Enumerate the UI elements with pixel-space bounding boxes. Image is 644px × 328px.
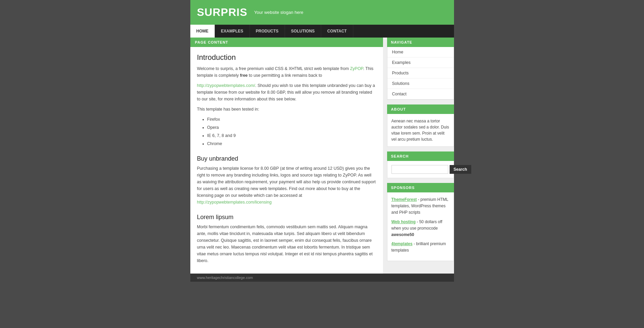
intro-heading: Introduction: [197, 53, 376, 62]
list-item: Chrome: [207, 140, 376, 147]
4templates-link[interactable]: 4templates: [391, 241, 413, 246]
zypop-url-link[interactable]: http://zypopwebtemplates.com/: [197, 83, 255, 88]
about-header: ABOUT: [387, 104, 454, 114]
navigate-section: NAVIGATE Home Examples Products Solution…: [387, 38, 454, 100]
zypop-link[interactable]: ZyPOP: [350, 66, 363, 71]
list-item: Opera: [207, 124, 376, 131]
lorem-heading: Lorem lipsum: [197, 214, 376, 221]
themeforest-link[interactable]: ThemeForest: [391, 197, 417, 202]
webhosting-link[interactable]: Web hosting: [391, 219, 416, 224]
browser-list: Firefox Opera IE 6, 7, 8 and 9 Chrome: [207, 116, 376, 147]
page-content-header: PAGE CONTENT: [190, 38, 383, 47]
search-button[interactable]: Search: [450, 165, 471, 174]
navigate-nav-list: Home Examples Products Solutions Contact: [387, 47, 454, 100]
nav-item-examples[interactable]: EXAMPLES: [215, 25, 250, 38]
footer-url: www.heritagechristiancollege.com: [197, 276, 253, 280]
site-header: SURPRIS Your website slogan here: [190, 0, 454, 25]
about-text: Aenean nec massa a tortor auctor sodales…: [387, 114, 454, 147]
site-logo: SURPRIS: [197, 6, 247, 19]
search-box: Search: [387, 161, 454, 178]
sidebar-nav-contact[interactable]: Contact: [387, 89, 454, 99]
sponsors-header: SPONSORS: [387, 183, 454, 192]
intro-paragraph-1: Welcome to surpris, a free premium valid…: [197, 65, 376, 79]
list-item: Firefox: [207, 116, 376, 123]
sponsors-section: SPONSORS ThemeForest - premium HTML temp…: [387, 183, 454, 261]
buy-paragraph: Purchasing a template license for 8.00 G…: [197, 165, 376, 206]
footer-bar: www.heritagechristiancollege.com: [190, 274, 454, 282]
search-input[interactable]: [391, 165, 448, 174]
sidebar-nav-products[interactable]: Products: [387, 68, 454, 78]
list-item: IE 6, 7, 8 and 9: [207, 132, 376, 139]
lorem-paragraph: Morbi fermentum condimentum felis, commo…: [197, 224, 376, 264]
sponsor-2: Web hosting - 50 dollars off when you us…: [391, 219, 450, 238]
intro-paragraph-2: http://zypopwebtemplates.com/. Should yo…: [197, 82, 376, 102]
nav-item-products[interactable]: PRODUCTS: [250, 25, 285, 38]
search-section: SEARCH Search: [387, 151, 454, 178]
sponsor-1: ThemeForest - premium HTML templates, Wo…: [391, 196, 450, 216]
intro-paragraph-3: This template has been tested in:: [197, 106, 376, 113]
sidebar-nav-home[interactable]: Home: [387, 47, 454, 57]
buy-heading: Buy unbranded: [197, 155, 376, 162]
navigate-header: NAVIGATE: [387, 38, 454, 47]
nav-item-solutions[interactable]: SOLUTIONS: [285, 25, 321, 38]
nav-item-home[interactable]: HOME: [190, 25, 215, 38]
sidebar: NAVIGATE Home Examples Products Solution…: [383, 38, 454, 274]
main-body: Introduction Welcome to surpris, a free …: [190, 47, 383, 274]
licensing-link[interactable]: http://zypopwebtemplates.com/licensing: [197, 200, 272, 205]
sidebar-nav-examples[interactable]: Examples: [387, 57, 454, 68]
sponsor-3: 4templates - brilliant premium templates: [391, 241, 450, 254]
nav-item-contact[interactable]: CONTACT: [321, 25, 353, 38]
sponsors-box: ThemeForest - premium HTML templates, Wo…: [387, 192, 454, 261]
main-nav: HOME EXAMPLES PRODUCTS SOLUTIONS CONTACT: [190, 25, 454, 38]
main-content: PAGE CONTENT Introduction Welcome to sur…: [190, 38, 383, 274]
content-wrapper: PAGE CONTENT Introduction Welcome to sur…: [190, 38, 454, 274]
search-header: SEARCH: [387, 151, 454, 161]
site-slogan: Your website slogan here: [254, 10, 304, 15]
about-section: ABOUT Aenean nec massa a tortor auctor s…: [387, 104, 454, 147]
sidebar-nav-solutions[interactable]: Solutions: [387, 78, 454, 89]
